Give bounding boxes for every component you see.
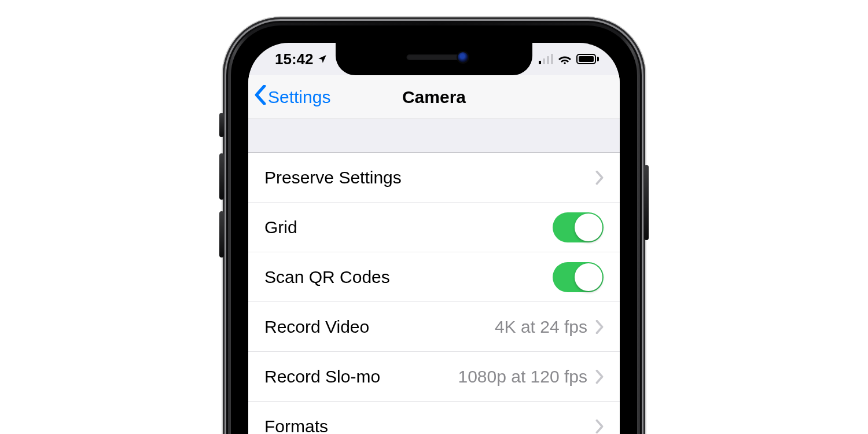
row-preserve-settings[interactable]: Preserve Settings <box>248 153 620 203</box>
qr-toggle[interactable] <box>553 262 604 292</box>
front-camera <box>458 52 468 62</box>
volume-down-button <box>219 211 224 258</box>
nav-bar: Settings Camera <box>248 75 620 119</box>
row-label: Preserve Settings <box>264 168 402 187</box>
row-scan-qr-codes: Scan QR Codes <box>248 252 620 302</box>
chevron-right-icon <box>595 171 604 185</box>
chevron-right-icon <box>595 320 604 334</box>
chevron-right-icon <box>595 420 604 433</box>
page-title: Camera <box>402 87 466 107</box>
back-button[interactable]: Settings <box>254 75 330 119</box>
row-record-video[interactable]: Record Video 4K at 24 fps <box>248 302 620 352</box>
row-label: Grid <box>264 218 297 237</box>
battery-icon <box>576 54 599 64</box>
volume-up-button <box>219 153 224 200</box>
row-label: Scan QR Codes <box>264 267 390 287</box>
notch <box>336 43 532 75</box>
screen: 15:42 <box>248 43 620 434</box>
mute-switch <box>219 113 224 137</box>
back-label: Settings <box>268 87 330 107</box>
phone-frame: 15:42 <box>223 17 645 434</box>
row-grid: Grid <box>248 203 620 252</box>
location-arrow-icon <box>317 54 328 64</box>
row-record-slo-mo[interactable]: Record Slo-mo 1080p at 120 fps <box>248 352 620 402</box>
row-detail: 1080p at 120 fps <box>458 367 587 387</box>
row-label: Record Slo-mo <box>264 367 380 387</box>
row-label: Record Video <box>264 317 369 337</box>
row-formats[interactable]: Formats <box>248 402 620 434</box>
settings-list: Preserve Settings Grid <box>248 153 620 434</box>
chevron-right-icon <box>595 370 604 384</box>
row-label: Formats <box>264 417 328 435</box>
status-time: 15:42 <box>275 50 314 68</box>
power-button <box>644 165 649 240</box>
wifi-icon <box>558 54 572 64</box>
cellular-signal-icon <box>539 54 553 64</box>
earpiece-speaker <box>407 54 462 60</box>
section-spacer <box>248 119 620 153</box>
row-detail: 4K at 24 fps <box>495 317 587 337</box>
chevron-left-icon <box>254 85 267 109</box>
grid-toggle[interactable] <box>553 212 604 242</box>
